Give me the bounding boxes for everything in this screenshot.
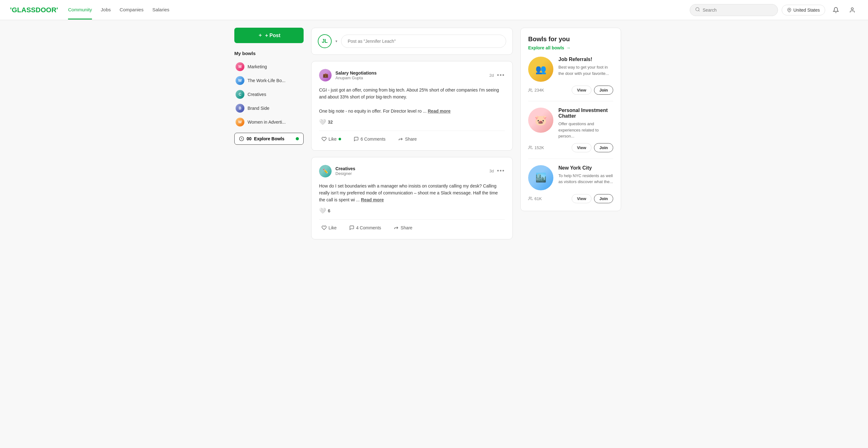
bowl-rec-investment-header: 🐷 Personal Investment Chatter Offer ques…	[528, 108, 613, 139]
investment-view-button[interactable]: View	[571, 143, 591, 152]
post-2-like-button[interactable]: Like	[319, 224, 339, 232]
bowl-name-women: Women in Adverti...	[248, 119, 286, 125]
post-2-more-button[interactable]: •••	[497, 168, 505, 174]
job-referrals-illustration: 👥	[528, 57, 553, 82]
my-bowls-title: My bowls	[234, 50, 304, 56]
svg-point-7	[529, 197, 531, 199]
post-1-avatar: 💼	[319, 69, 332, 81]
bowl-rec-investment-desc: Offer questions and experiences related …	[558, 121, 613, 139]
post-2-read-more[interactable]: Read more	[361, 197, 383, 202]
bowl-rec-nyc: 🏙️ New York City To help NYC residents a…	[528, 165, 613, 203]
bell-icon	[833, 7, 839, 13]
explore-all-bowls-link[interactable]: Explore all bowls →	[528, 45, 613, 50]
sidebar-bowl-worklife[interactable]: W The Work-Life Bo...	[234, 74, 304, 88]
search-input[interactable]	[703, 7, 773, 12]
post-2-body: How do I set boundaries with a manager w…	[319, 182, 505, 204]
svg-point-2	[788, 9, 790, 10]
sidebar-bowl-marketing[interactable]: M Marketing	[234, 60, 304, 74]
post-1-time-menu: 2d •••	[490, 72, 505, 79]
post-2-actions: Like 4 Comments Share	[319, 219, 505, 232]
post-1-meta: Salary Negotiations Anupam Gupta	[335, 70, 490, 80]
post-1-actions: Like 6 Comments Share	[319, 131, 505, 143]
sidebar-bowl-women[interactable]: W Women in Adverti...	[234, 115, 304, 129]
explore-bowls-label: Explore Bowls	[254, 136, 284, 141]
nav-community[interactable]: Community	[68, 1, 92, 20]
post-1-bowl[interactable]: Salary Negotiations	[335, 70, 490, 75]
post-2-meta: Creatives Designer	[335, 166, 490, 176]
post-1-more-button[interactable]: •••	[497, 72, 505, 79]
post-1-like-label: Like	[329, 137, 337, 142]
notification-button[interactable]	[830, 4, 841, 16]
bowl-avatar-worklife: W	[236, 76, 244, 85]
post-2-share-button[interactable]: Share	[391, 224, 415, 232]
bowl-avatar-women: W	[236, 118, 244, 127]
bowl-rec-nyc-name: New York City	[558, 165, 613, 171]
location-button[interactable]: United States	[782, 5, 825, 15]
logo[interactable]: 'GLASSDOOR'	[10, 6, 58, 14]
bowl-rec-nyc-actions: View Join	[571, 194, 613, 203]
job-referrals-view-button[interactable]: View	[571, 85, 591, 95]
composer-input[interactable]	[341, 35, 506, 48]
post-card-2: ✏️ Creatives Designer 3d ••• How do I se…	[311, 157, 513, 239]
share-icon-2	[394, 225, 399, 230]
post-1-share-button[interactable]: Share	[396, 135, 419, 143]
post-button[interactable]: ＋ + Post	[234, 28, 304, 43]
bowl-rec-job-referrals-actions: View Join	[571, 85, 613, 95]
bowl-rec-nyc-image: 🏙️	[528, 165, 553, 190]
explore-all-bowls-label: Explore all bowls	[528, 45, 564, 50]
composer-dropdown-icon[interactable]: ▾	[335, 39, 337, 43]
investment-join-button[interactable]: Join	[594, 143, 613, 152]
svg-point-5	[529, 89, 531, 90]
post-2-time: 3d	[490, 169, 494, 173]
bowl-rec-nyc-desc: To help NYC residents as well as visitor…	[558, 173, 613, 185]
post-1-likes: 🤍 32	[319, 118, 505, 126]
nav-jobs[interactable]: Jobs	[101, 1, 111, 20]
investment-illustration: 🐷	[528, 108, 553, 133]
bowl-rec-nyc-members: 61K	[528, 196, 542, 201]
nav-salaries[interactable]: Salaries	[152, 1, 169, 20]
bowl-rec-investment: 🐷 Personal Investment Chatter Offer ques…	[528, 108, 613, 159]
post-1-header: 💼 Salary Negotiations Anupam Gupta 2d ••…	[319, 69, 505, 81]
bowl-avatar-creatives: C	[236, 90, 244, 99]
post-1-like-dot	[339, 138, 341, 140]
sidebar-bowl-creatives[interactable]: C Creatives	[234, 88, 304, 101]
post-2-bowl[interactable]: Creatives	[335, 166, 490, 171]
post-1-share-label: Share	[405, 137, 417, 142]
post-2-comment-label: 4 Comments	[356, 225, 381, 230]
nyc-join-button[interactable]: Join	[594, 194, 613, 203]
share-icon	[398, 137, 403, 142]
profile-button[interactable]	[846, 4, 858, 16]
post-icon: ＋	[258, 32, 263, 39]
explore-bowls-button[interactable]: 00 Explore Bowls	[234, 133, 304, 145]
post-2-likes: 🤍 6	[319, 207, 505, 214]
sidebar-bowl-brandside[interactable]: B Brand Side	[234, 101, 304, 115]
comment-icon	[354, 137, 359, 142]
bowl-rec-job-referrals-image: 👥	[528, 57, 553, 82]
members-icon-3	[528, 196, 533, 201]
nav-companies[interactable]: Companies	[120, 1, 144, 20]
explore-bowls-icon	[239, 136, 244, 141]
bowl-name-marketing: Marketing	[248, 64, 267, 69]
post-1-body: CGI - just got an offer, coming from big…	[319, 87, 505, 115]
comment-icon-2	[349, 225, 354, 230]
bowl-rec-investment-actions: View Join	[571, 143, 613, 152]
post-1-heart-icon: 🤍	[319, 118, 326, 126]
post-2-comment-button[interactable]: 4 Comments	[347, 224, 383, 232]
bowl-rec-job-referrals-desc: Best way to get your foot in the door wi…	[558, 64, 613, 76]
svg-line-1	[699, 10, 700, 11]
bowls-for-you-title: Bowls for you	[528, 36, 613, 43]
post-1-comment-button[interactable]: 6 Comments	[351, 135, 388, 143]
post-2-time-menu: 3d •••	[490, 168, 505, 174]
post-2-avatar-img: ✏️	[319, 165, 332, 177]
bowl-rec-job-referrals: 👥 Job Referrals! Best way to get your fo…	[528, 57, 613, 101]
post-1-read-more[interactable]: Read more	[428, 108, 451, 113]
post-1-like-button[interactable]: Like	[319, 135, 344, 143]
nyc-view-button[interactable]: View	[571, 194, 591, 203]
bowl-rec-investment-info: Personal Investment Chatter Offer questi…	[558, 108, 613, 139]
post-composer: JL ▾	[311, 28, 513, 55]
search-bar[interactable]	[690, 4, 778, 16]
job-referrals-join-button[interactable]: Join	[594, 85, 613, 95]
right-panel: Bowls for you Explore all bowls → 👥 Job …	[520, 28, 621, 246]
post-2-avatar: ✏️	[319, 165, 332, 177]
explore-bowls-dot	[296, 137, 299, 140]
